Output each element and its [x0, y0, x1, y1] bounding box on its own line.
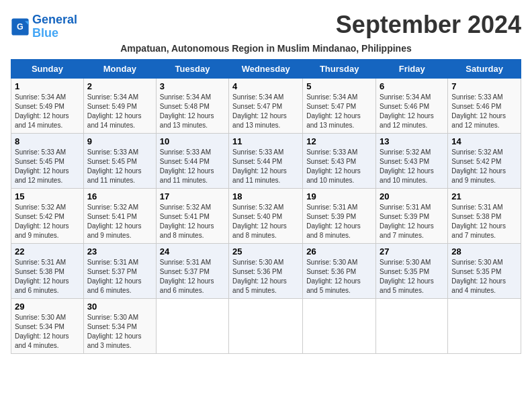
day-info: Sunrise: 5:34 AMSunset: 5:47 PMDaylight:…	[306, 93, 372, 130]
calendar-cell: 1Sunrise: 5:34 AMSunset: 5:49 PMDaylight…	[11, 78, 84, 133]
calendar-cell: 10Sunrise: 5:33 AMSunset: 5:44 PMDayligh…	[156, 133, 228, 188]
day-number: 28	[451, 246, 517, 257]
day-number: 14	[451, 136, 517, 146]
day-info: Sunrise: 5:32 AMSunset: 5:42 PMDaylight:…	[451, 148, 517, 185]
day-info: Sunrise: 5:31 AMSunset: 5:37 PMDaylight:…	[160, 258, 225, 295]
day-number: 30	[87, 302, 152, 312]
day-info: Sunrise: 5:31 AMSunset: 5:38 PMDaylight:…	[15, 258, 80, 295]
calendar-cell: 13Sunrise: 5:32 AMSunset: 5:43 PMDayligh…	[376, 133, 448, 188]
day-number: 3	[160, 81, 225, 91]
day-info: Sunrise: 5:30 AMSunset: 5:34 PMDaylight:…	[15, 313, 80, 351]
day-info: Sunrise: 5:30 AMSunset: 5:36 PMDaylight:…	[306, 258, 372, 295]
day-info: Sunrise: 5:31 AMSunset: 5:37 PMDaylight:…	[87, 258, 152, 295]
calendar-week-3: 15Sunrise: 5:32 AMSunset: 5:42 PMDayligh…	[11, 188, 521, 243]
day-info: Sunrise: 5:32 AMSunset: 5:40 PMDaylight:…	[232, 203, 299, 240]
calendar-week-4: 22Sunrise: 5:31 AMSunset: 5:38 PMDayligh…	[11, 243, 521, 298]
calendar-header: SundayMondayTuesdayWednesdayThursdayFrid…	[11, 59, 521, 78]
calendar-week-5: 29Sunrise: 5:30 AMSunset: 5:34 PMDayligh…	[11, 298, 521, 353]
day-number: 12	[306, 136, 372, 146]
day-number: 20	[380, 191, 444, 201]
day-info: Sunrise: 5:33 AMSunset: 5:44 PMDaylight:…	[160, 148, 225, 185]
calendar-cell: 23Sunrise: 5:31 AMSunset: 5:37 PMDayligh…	[83, 243, 156, 298]
day-number: 23	[87, 246, 152, 257]
day-number: 22	[15, 246, 80, 257]
header-cell-sunday: Sunday	[11, 59, 84, 78]
calendar-cell: 16Sunrise: 5:32 AMSunset: 5:41 PMDayligh…	[83, 188, 156, 243]
calendar-cell	[448, 298, 521, 353]
svg-text:G: G	[17, 22, 24, 32]
day-info: Sunrise: 5:34 AMSunset: 5:49 PMDaylight:…	[15, 93, 80, 130]
day-number: 21	[451, 191, 517, 201]
day-info: Sunrise: 5:33 AMSunset: 5:43 PMDaylight:…	[306, 148, 372, 185]
header: G General Blue September 2024	[11, 11, 521, 40]
calendar-cell: 6Sunrise: 5:34 AMSunset: 5:46 PMDaylight…	[376, 78, 448, 133]
day-info: Sunrise: 5:32 AMSunset: 5:43 PMDaylight:…	[380, 148, 444, 185]
calendar-cell: 17Sunrise: 5:32 AMSunset: 5:41 PMDayligh…	[156, 188, 228, 243]
calendar-cell: 19Sunrise: 5:31 AMSunset: 5:39 PMDayligh…	[303, 188, 376, 243]
day-number: 4	[232, 81, 299, 91]
calendar-cell	[376, 298, 448, 353]
calendar-week-1: 1Sunrise: 5:34 AMSunset: 5:49 PMDaylight…	[11, 78, 521, 133]
calendar-cell: 27Sunrise: 5:30 AMSunset: 5:35 PMDayligh…	[376, 243, 448, 298]
calendar-cell	[156, 298, 228, 353]
day-info: Sunrise: 5:34 AMSunset: 5:49 PMDaylight:…	[87, 93, 152, 130]
day-info: Sunrise: 5:31 AMSunset: 5:39 PMDaylight:…	[306, 203, 372, 240]
calendar-cell: 7Sunrise: 5:33 AMSunset: 5:46 PMDaylight…	[448, 78, 521, 133]
calendar-week-2: 8Sunrise: 5:33 AMSunset: 5:45 PMDaylight…	[11, 133, 521, 188]
day-info: Sunrise: 5:30 AMSunset: 5:34 PMDaylight:…	[87, 313, 152, 351]
logo-icon: G	[11, 17, 30, 36]
day-number: 1	[15, 81, 80, 91]
calendar-cell: 4Sunrise: 5:34 AMSunset: 5:47 PMDaylight…	[229, 78, 303, 133]
day-number: 2	[87, 81, 152, 91]
day-number: 9	[87, 136, 152, 146]
calendar-cell: 14Sunrise: 5:32 AMSunset: 5:42 PMDayligh…	[448, 133, 521, 188]
day-info: Sunrise: 5:30 AMSunset: 5:36 PMDaylight:…	[232, 258, 299, 295]
calendar-cell: 11Sunrise: 5:33 AMSunset: 5:44 PMDayligh…	[229, 133, 303, 188]
day-info: Sunrise: 5:31 AMSunset: 5:39 PMDaylight:…	[380, 203, 444, 240]
calendar-cell: 29Sunrise: 5:30 AMSunset: 5:34 PMDayligh…	[11, 298, 84, 353]
calendar-table: SundayMondayTuesdayWednesdayThursdayFrid…	[11, 59, 521, 354]
day-number: 17	[160, 191, 225, 201]
calendar-cell	[303, 298, 376, 353]
day-info: Sunrise: 5:32 AMSunset: 5:41 PMDaylight:…	[160, 203, 225, 240]
day-number: 18	[232, 191, 299, 201]
calendar-cell: 28Sunrise: 5:30 AMSunset: 5:35 PMDayligh…	[448, 243, 521, 298]
header-row: SundayMondayTuesdayWednesdayThursdayFrid…	[11, 59, 521, 78]
header-cell-friday: Friday	[376, 59, 448, 78]
day-number: 10	[160, 136, 225, 146]
calendar-cell: 22Sunrise: 5:31 AMSunset: 5:38 PMDayligh…	[11, 243, 84, 298]
day-number: 5	[306, 81, 372, 91]
day-info: Sunrise: 5:31 AMSunset: 5:38 PMDaylight:…	[451, 203, 517, 240]
calendar-cell: 9Sunrise: 5:33 AMSunset: 5:45 PMDaylight…	[83, 133, 156, 188]
day-number: 13	[380, 136, 444, 146]
calendar-cell: 15Sunrise: 5:32 AMSunset: 5:42 PMDayligh…	[11, 188, 84, 243]
day-info: Sunrise: 5:33 AMSunset: 5:45 PMDaylight:…	[87, 148, 152, 185]
day-number: 15	[15, 191, 80, 201]
day-info: Sunrise: 5:34 AMSunset: 5:47 PMDaylight:…	[232, 93, 299, 130]
header-cell-saturday: Saturday	[448, 59, 521, 78]
day-info: Sunrise: 5:33 AMSunset: 5:44 PMDaylight:…	[232, 148, 299, 185]
day-number: 7	[451, 81, 517, 91]
day-number: 6	[380, 81, 444, 91]
logo-text-line2: Blue	[32, 27, 77, 40]
header-cell-wednesday: Wednesday	[229, 59, 303, 78]
calendar-cell: 25Sunrise: 5:30 AMSunset: 5:36 PMDayligh…	[229, 243, 303, 298]
logo: G General Blue	[11, 13, 77, 40]
day-info: Sunrise: 5:30 AMSunset: 5:35 PMDaylight:…	[380, 258, 444, 295]
day-info: Sunrise: 5:34 AMSunset: 5:48 PMDaylight:…	[160, 93, 225, 130]
calendar-cell: 8Sunrise: 5:33 AMSunset: 5:45 PMDaylight…	[11, 133, 84, 188]
day-info: Sunrise: 5:30 AMSunset: 5:35 PMDaylight:…	[451, 258, 517, 295]
calendar-cell: 2Sunrise: 5:34 AMSunset: 5:49 PMDaylight…	[83, 78, 156, 133]
day-number: 19	[306, 191, 372, 201]
day-number: 29	[15, 302, 80, 312]
calendar-cell: 21Sunrise: 5:31 AMSunset: 5:38 PMDayligh…	[448, 188, 521, 243]
day-info: Sunrise: 5:33 AMSunset: 5:45 PMDaylight:…	[15, 148, 80, 185]
calendar-body: 1Sunrise: 5:34 AMSunset: 5:49 PMDaylight…	[11, 78, 521, 353]
day-number: 16	[87, 191, 152, 201]
day-number: 24	[160, 246, 225, 257]
logo-text-line1: General	[32, 13, 77, 27]
subtitle: Ampatuan, Autonomous Region in Muslim Mi…	[11, 43, 521, 54]
day-info: Sunrise: 5:32 AMSunset: 5:41 PMDaylight:…	[87, 203, 152, 240]
month-title: September 2024	[336, 11, 521, 39]
calendar-cell: 5Sunrise: 5:34 AMSunset: 5:47 PMDaylight…	[303, 78, 376, 133]
